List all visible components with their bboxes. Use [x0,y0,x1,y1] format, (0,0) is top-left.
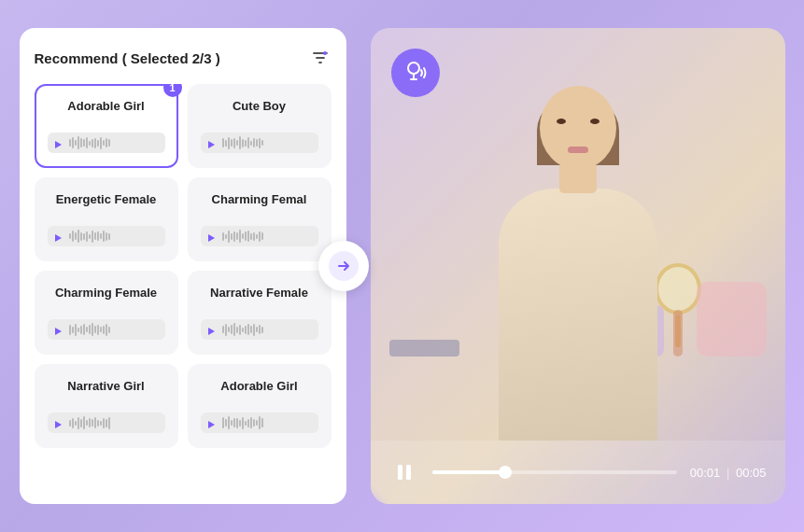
waveform-adorable-girl[interactable] [48,133,165,153]
voice-card-adorable-girl[interactable]: 1 Adorable Girl [35,84,178,168]
wave-bars [69,323,160,336]
person-body [499,189,657,441]
panel-title: Recommend ( Selected 2/3 ) [35,50,220,66]
waveform-energetic-female[interactable] [48,226,165,246]
svg-marker-2 [208,141,215,148]
time-separator: | [723,466,733,480]
person-eye-right [590,119,599,124]
voice-name: Narrative Female [201,286,318,301]
wave-bars [69,136,160,149]
person-container [485,28,671,441]
voice-name: Narrative Girl [48,379,165,395]
voice-card-narrative-girl[interactable]: Narrative Girl [35,364,178,448]
person-eye-left [557,119,566,124]
svg-marker-6 [208,328,215,335]
pause-button[interactable] [389,457,419,487]
wave-bars [222,416,313,429]
voice-grid: 1 Adorable Girl Cute Boy [35,84,331,448]
left-panel: Recommend ( Selected 2/3 ) 1 Adorable Gi… [20,28,346,504]
svg-point-9 [408,63,419,74]
voice-name: Cute Boy [201,99,318,115]
voice-name: Adorable Girl [201,379,318,395]
progress-fill [432,470,506,474]
video-controls: 00:01 | 00:05 [371,441,785,504]
svg-marker-3 [55,234,62,242]
wave-bars [222,230,313,243]
time-display: 00:01 | 00:05 [690,466,767,480]
waveform-narrative-girl[interactable] [48,413,165,433]
progress-thumb [499,466,512,479]
main-container: Recommend ( Selected 2/3 ) 1 Adorable Gi… [20,28,785,504]
play-icon [206,136,219,149]
voice-name: Adorable Girl [48,99,165,115]
voice-name: Charming Female [48,286,165,301]
waveform-charming-femal[interactable] [201,226,318,246]
voice-indicator-overlay [391,49,440,97]
svg-rect-10 [398,465,402,480]
wave-bars [69,230,160,243]
play-icon [53,323,66,336]
bag-decoration [697,282,767,357]
lipstick-decoration [673,310,683,357]
voice-name: Energetic Female [48,192,165,208]
voice-card-cute-boy[interactable]: Cute Boy [188,84,331,168]
voice-card-charming-femal[interactable]: Charming Femal [188,177,331,261]
wave-bars [222,323,313,336]
voice-name: Charming Femal [201,192,318,208]
waveform-adorable-girl-2[interactable] [201,413,318,433]
next-arrow-button[interactable] [318,241,369,291]
selection-badge: 1 [163,84,182,97]
waveform-cute-boy[interactable] [201,133,318,153]
current-time: 00:01 [690,466,721,480]
panel-header: Recommend ( Selected 2/3 ) [35,47,331,69]
voice-card-adorable-girl-2[interactable]: Adorable Girl [188,364,331,448]
arrow-inner [329,251,359,281]
svg-marker-4 [208,234,215,242]
filter-icon[interactable] [309,47,331,69]
wave-bars [222,136,313,149]
play-icon [206,230,219,243]
voice-card-charming-female[interactable]: Charming Female [35,271,178,355]
play-icon [53,230,66,243]
person-lips [568,147,588,153]
play-icon [206,323,219,336]
svg-marker-1 [55,141,62,148]
wave-bars [69,416,160,429]
play-icon [206,416,219,429]
svg-marker-8 [208,421,215,428]
video-player: 00:01 | 00:05 [371,28,785,504]
person-head [540,86,616,170]
waveform-narrative-female[interactable] [201,319,318,340]
makeup-palette [389,340,459,357]
voice-card-energetic-female[interactable]: Energetic Female [35,177,178,261]
total-time: 00:05 [736,466,767,480]
play-icon [53,136,66,149]
svg-marker-7 [55,421,62,428]
svg-point-0 [323,51,327,55]
voice-card-narrative-female[interactable]: Narrative Female [188,271,331,355]
play-icon [53,416,66,429]
progress-bar[interactable] [432,470,677,474]
svg-marker-5 [55,328,62,335]
waveform-charming-female[interactable] [48,319,165,340]
svg-rect-11 [406,465,411,480]
